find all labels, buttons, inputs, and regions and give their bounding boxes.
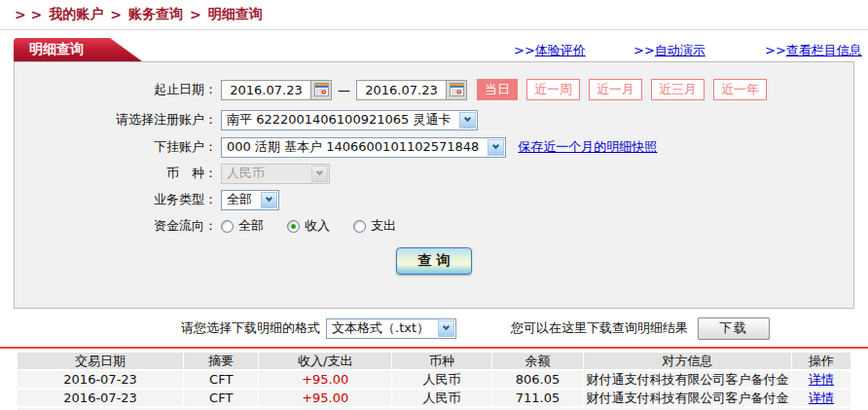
- cell-summary: CFT: [184, 371, 259, 388]
- cell-action: 详情: [792, 371, 850, 388]
- date-to-input[interactable]: 2016.07.23: [356, 80, 467, 100]
- quick-range-year-button[interactable]: 近一年: [713, 79, 767, 100]
- download-format-value: 文本格式（.txt）: [327, 319, 437, 337]
- breadcrumb: > > 我的账户 > 账务查询 > 明细查询: [0, 0, 868, 30]
- header-trade-date: 交易日期: [18, 353, 184, 369]
- radio-fund-flow-all[interactable]: 全部: [221, 217, 264, 235]
- tab-label: 明细查询: [29, 41, 84, 58]
- cell-action: 详情: [792, 390, 850, 406]
- breadcrumb-item-account-query[interactable]: 账务查询: [128, 6, 183, 23]
- cell-summary: CFT: [184, 390, 259, 406]
- quick-range-buttons: 当日 近一周 近一月 近三月 近一年: [477, 79, 767, 100]
- chevron-down-icon[interactable]: [459, 112, 476, 129]
- results-table: 交易日期 摘要 收入/支出 币种 余额 对方信息 操作 2016-07-23 C…: [18, 353, 850, 410]
- cell-balance: 711.05: [492, 390, 584, 406]
- quick-range-today-button[interactable]: 当日: [477, 79, 518, 100]
- register-account-row: 请选择注册账户： 南平 6222001406100921065 灵通卡: [15, 108, 853, 131]
- currency-value: 人民币: [222, 165, 272, 182]
- download-button[interactable]: 下载: [698, 317, 770, 340]
- register-account-select[interactable]: 南平 6222001406100921065 灵通卡: [221, 110, 478, 130]
- download-format-label: 请您选择下载明细的格式: [181, 319, 320, 337]
- fund-flow-label: 资金流向：: [15, 217, 221, 235]
- cell-currency: 人民币: [392, 390, 492, 406]
- link-view-column-info[interactable]: >>查看栏目信息: [765, 42, 862, 59]
- date-from-value: 2016.07.23: [222, 83, 310, 97]
- sub-account-select[interactable]: 000 活期 基本户 1406600101102571848: [221, 137, 506, 158]
- header-income-expense: 收入/支出: [259, 353, 392, 369]
- register-account-label: 请选择注册账户：: [15, 111, 221, 129]
- query-button[interactable]: 查 询: [396, 247, 472, 275]
- biz-type-select[interactable]: 全部: [221, 190, 279, 210]
- header-counterparty: 对方信息: [584, 353, 792, 369]
- biz-type-value: 全部: [222, 191, 260, 208]
- header-summary: 摘要: [184, 353, 259, 369]
- link-auto-demo[interactable]: >>自动演示: [633, 42, 705, 59]
- chevron-down-icon[interactable]: [488, 139, 504, 156]
- currency-row: 币 种： 人民币: [15, 162, 853, 185]
- cell-income: +95.00: [259, 371, 392, 388]
- query-form-panel: 起止日期： 2016.07.23: [14, 61, 854, 309]
- cell-counterparty: 财付通支付科技有限公司客户备付金: [584, 371, 792, 388]
- cell-counterparty: 财付通支付科技有限公司客户备付金: [584, 390, 792, 406]
- table-row: 2016-07-23 CFT +95.00 人民币 711.05 财付通支付科技…: [18, 390, 850, 406]
- date-range-dash: —: [338, 83, 350, 97]
- radio-icon[interactable]: [353, 220, 366, 233]
- date-from-input[interactable]: 2016.07.23: [221, 80, 332, 100]
- chevron-down-icon[interactable]: [438, 320, 454, 337]
- chevron-down-icon[interactable]: [261, 192, 277, 208]
- breadcrumb-item-my-account[interactable]: 我的账户: [49, 6, 103, 23]
- breadcrumb-item-detail-query[interactable]: 明细查询: [208, 6, 263, 23]
- link-prefix: >>: [633, 43, 655, 57]
- calendar-icon[interactable]: [446, 81, 466, 99]
- currency-select: 人民币: [221, 164, 330, 184]
- chevron-down-icon: [311, 166, 328, 182]
- cell-balance: 806.05: [492, 371, 584, 388]
- table-row: 2016-07-23 CFT +95.00 人民币 806.05 财付通支付科技…: [18, 371, 850, 388]
- date-range-row: 起止日期： 2016.07.23: [15, 78, 853, 101]
- header-action: 操作: [792, 353, 850, 369]
- sub-account-row: 下挂账户： 000 活期 基本户 1406600101102571848 保存近…: [15, 135, 853, 159]
- breadcrumb-arrows: > >: [15, 7, 42, 22]
- cell-trade-date: 2016-07-23: [18, 390, 184, 406]
- quick-range-month-button[interactable]: 近一月: [589, 79, 642, 100]
- tab-detail-query: 明细查询: [14, 38, 142, 61]
- radio-fund-flow-income[interactable]: 收入: [287, 217, 330, 235]
- detail-query-page: > > 我的账户 > 账务查询 > 明细查询 明细查询 >>体验评价 >>自动演…: [0, 0, 868, 410]
- header-currency: 币种: [392, 353, 492, 369]
- cell-trade-date: 2016-07-23: [18, 371, 184, 388]
- red-divider: [0, 347, 868, 349]
- radio-icon[interactable]: [221, 220, 234, 233]
- fund-flow-row: 资金流向： 全部 收入 支出: [15, 214, 853, 238]
- biz-type-row: 业务类型： 全部: [15, 188, 853, 211]
- download-format-select[interactable]: 文本格式（.txt）: [326, 318, 456, 339]
- sub-account-label: 下挂账户：: [15, 138, 221, 156]
- link-experience-review[interactable]: >>体验评价: [514, 42, 586, 59]
- breadcrumb-separator: >: [190, 7, 201, 22]
- download-row: 请您选择下载明细的格式 文本格式（.txt） 您可以在这里下载查询明细结果 下载: [0, 316, 868, 341]
- table-header-row: 交易日期 摘要 收入/支出 币种 余额 对方信息 操作: [18, 353, 850, 369]
- detail-link[interactable]: 详情: [809, 371, 834, 388]
- date-range-label: 起止日期：: [15, 81, 221, 98]
- quick-range-week-button[interactable]: 近一周: [526, 79, 580, 100]
- sub-account-value: 000 活期 基本户 1406600101102571848: [222, 138, 487, 156]
- cell-income: +95.00: [259, 390, 392, 406]
- breadcrumb-separator: >: [110, 7, 122, 22]
- biz-type-label: 业务类型：: [15, 191, 221, 208]
- link-prefix: >>: [765, 43, 786, 57]
- save-snapshot-link[interactable]: 保存近一个月的明细快照: [518, 138, 657, 156]
- radio-fund-flow-expense[interactable]: 支出: [353, 217, 396, 235]
- detail-link[interactable]: 详情: [809, 390, 834, 406]
- currency-label: 币 种：: [15, 165, 221, 182]
- cell-currency: 人民币: [392, 371, 492, 388]
- register-account-value: 南平 6222001406100921065 灵通卡: [222, 111, 458, 129]
- calendar-icon[interactable]: [310, 81, 331, 99]
- header-balance: 余额: [492, 353, 584, 369]
- quick-range-quarter-button[interactable]: 近三月: [651, 79, 705, 100]
- download-hint: 您可以在这里下载查询明细结果: [511, 319, 688, 337]
- link-prefix: >>: [514, 43, 535, 57]
- date-to-value: 2016.07.23: [357, 83, 446, 97]
- radio-icon[interactable]: [287, 220, 300, 233]
